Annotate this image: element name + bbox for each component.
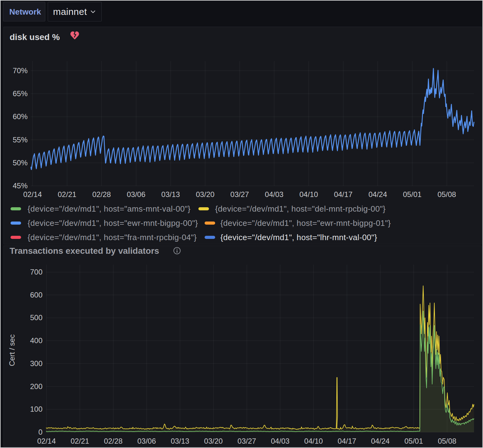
svg-text:70%: 70% (13, 66, 28, 75)
svg-text:100: 100 (30, 405, 42, 413)
svg-text:02/21: 02/21 (71, 437, 89, 445)
svg-text:04/24: 04/24 (371, 437, 390, 445)
svg-text:400: 400 (30, 336, 42, 345)
svg-text:700: 700 (30, 268, 42, 276)
svg-text:05/01: 05/01 (403, 190, 422, 199)
svg-text:05/08: 05/08 (438, 437, 456, 445)
svg-text:03/20: 03/20 (204, 437, 223, 445)
svg-text:600: 600 (30, 291, 42, 299)
svg-text:04/03: 04/03 (265, 190, 283, 199)
svg-text:04/03: 04/03 (271, 437, 290, 445)
svg-text:03/27: 03/27 (230, 190, 249, 199)
svg-text:03/13: 03/13 (171, 437, 189, 445)
svg-text:50%: 50% (13, 159, 28, 167)
svg-text:Cert / sec: Cert / sec (8, 334, 16, 366)
svg-text:200: 200 (30, 382, 42, 391)
svg-text:0: 0 (38, 428, 42, 436)
svg-text:02/14: 02/14 (23, 190, 42, 199)
svg-text:05/01: 05/01 (404, 437, 423, 445)
svg-text:45%: 45% (13, 181, 28, 190)
svg-text:03/13: 03/13 (161, 190, 180, 199)
svg-text:05/08: 05/08 (437, 190, 456, 199)
svg-text:04/17: 04/17 (334, 190, 352, 199)
svg-text:02/21: 02/21 (58, 190, 76, 199)
svg-text:02/28: 02/28 (104, 437, 122, 445)
svg-text:04/10: 04/10 (304, 437, 323, 445)
svg-text:02/28: 02/28 (92, 190, 111, 199)
svg-text:03/20: 03/20 (196, 190, 215, 199)
svg-text:03/27: 03/27 (237, 437, 256, 445)
svg-text:03/06: 03/06 (127, 190, 145, 199)
svg-text:03/06: 03/06 (137, 437, 156, 445)
svg-text:500: 500 (30, 313, 42, 322)
svg-text:04/17: 04/17 (338, 437, 356, 445)
svg-text:65%: 65% (13, 89, 28, 98)
svg-text:04/24: 04/24 (368, 190, 387, 199)
svg-text:55%: 55% (13, 136, 28, 144)
svg-text:02/14: 02/14 (37, 437, 56, 445)
svg-text:300: 300 (30, 359, 42, 368)
svg-text:04/10: 04/10 (299, 190, 318, 199)
svg-text:60%: 60% (13, 112, 28, 121)
